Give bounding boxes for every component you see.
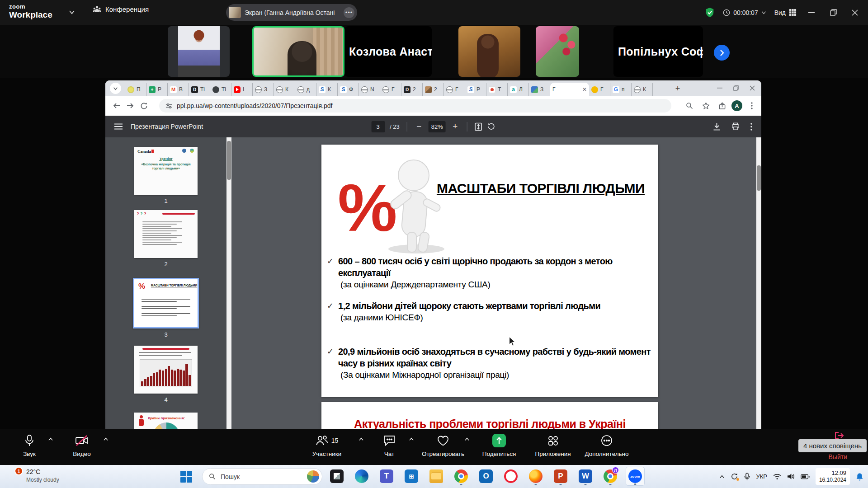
browser-tab-19[interactable]: аЛ bbox=[508, 83, 529, 96]
tab-search-button[interactable] bbox=[110, 83, 121, 94]
download-icon[interactable] bbox=[713, 122, 721, 131]
browser-tab-4[interactable]: DТі bbox=[189, 83, 210, 96]
zoom-page-icon[interactable] bbox=[683, 99, 696, 113]
reload-button[interactable] bbox=[137, 99, 151, 113]
shared-screen-pill[interactable]: Экран (Ганна Андріївна Остані ••• bbox=[226, 4, 357, 21]
tab-close-icon[interactable]: ✕ bbox=[582, 86, 587, 93]
taskbar-app-powerpoint-icon[interactable]: P bbox=[551, 467, 570, 486]
language-indicator[interactable]: УКР bbox=[756, 473, 767, 480]
taskbar-app-zoom-icon[interactable]: zoom bbox=[626, 467, 645, 486]
browser-restore-button[interactable] bbox=[727, 80, 745, 96]
browser-tab-21[interactable]: Г✕ bbox=[550, 83, 589, 96]
leave-button[interactable]: Выйти bbox=[829, 453, 847, 460]
browser-tab-12[interactable]: N bbox=[359, 83, 380, 96]
pdf-thumbnail-5[interactable]: Країни призначення: bbox=[134, 413, 198, 429]
pdf-menu-hamburger-icon[interactable] bbox=[114, 123, 123, 130]
tray-chevron-up-icon[interactable] bbox=[719, 475, 725, 479]
new-tab-button[interactable]: + bbox=[673, 84, 683, 94]
browser-close-button[interactable] bbox=[743, 80, 761, 96]
pdf-thumbnail-2[interactable]: ? ? ? bbox=[134, 210, 198, 258]
search-highlight-icon[interactable] bbox=[307, 470, 319, 483]
browser-tab-13[interactable]: Г bbox=[380, 83, 401, 96]
start-button[interactable] bbox=[180, 471, 192, 483]
security-shield-icon[interactable] bbox=[705, 7, 715, 18]
update-sync-icon[interactable] bbox=[731, 473, 738, 480]
apps-button[interactable]: Приложения bbox=[524, 434, 582, 457]
pdf-more-kebab-icon[interactable] bbox=[750, 123, 752, 131]
leave-meeting-icon[interactable] bbox=[835, 431, 844, 440]
taskbar-app-chrome-icon[interactable] bbox=[452, 467, 471, 486]
sidebar-scrollbar[interactable] bbox=[226, 137, 231, 429]
taskbar-app-outlook-icon[interactable]: O bbox=[476, 467, 495, 486]
weather-temp[interactable]: 22°C bbox=[26, 468, 40, 475]
zoom-level-input[interactable]: 82% bbox=[429, 121, 446, 132]
battery-icon[interactable] bbox=[801, 474, 810, 479]
participant-tile-4[interactable] bbox=[458, 26, 520, 77]
video-options-chevron[interactable] bbox=[103, 437, 108, 441]
taskbar-app-explorer-icon[interactable] bbox=[427, 467, 446, 486]
pdf-thumbnail-4[interactable] bbox=[134, 346, 198, 394]
browser-menu-kebab-icon[interactable] bbox=[745, 99, 759, 113]
react-button[interactable]: Отреагировать bbox=[414, 434, 472, 457]
chevron-down-icon[interactable] bbox=[69, 10, 75, 14]
participant-tile-2[interactable] bbox=[252, 26, 344, 77]
browser-tab-9[interactable]: д bbox=[295, 83, 316, 96]
browser-tab-2[interactable]: +Р bbox=[146, 83, 168, 96]
forward-button[interactable] bbox=[123, 99, 137, 113]
profile-avatar[interactable]: А bbox=[731, 100, 742, 111]
print-icon[interactable] bbox=[731, 122, 740, 131]
pdf-scrollbar[interactable] bbox=[756, 137, 761, 429]
share-button[interactable]: Поделиться bbox=[470, 434, 528, 457]
browser-tab-1[interactable]: П bbox=[125, 83, 146, 96]
browser-minimize-button[interactable] bbox=[711, 80, 729, 96]
taskbar-app-word-icon[interactable]: W bbox=[576, 467, 595, 486]
browser-tab-3[interactable]: MВ bbox=[168, 83, 189, 96]
meeting-timer[interactable]: 00:00:07 bbox=[723, 9, 766, 16]
participant-tile-5[interactable] bbox=[536, 26, 579, 77]
pdf-thumbnail-1[interactable]: CanadaТренінг«Безпечна міграція та проти… bbox=[134, 147, 198, 195]
minimize-button[interactable] bbox=[805, 6, 818, 19]
notifications-tooltip[interactable]: 4 нових сповіщень bbox=[798, 439, 867, 452]
site-settings-icon[interactable] bbox=[165, 103, 172, 109]
taskbar-app-edge-icon[interactable] bbox=[352, 467, 371, 486]
taskbar-app-chrome-profile-icon[interactable]: Л bbox=[601, 467, 620, 486]
taskbar-search-box[interactable]: Пошук bbox=[202, 468, 322, 485]
share-more-button[interactable]: ••• bbox=[344, 7, 354, 18]
notification-bell-icon[interactable] bbox=[856, 473, 863, 481]
wifi-icon[interactable] bbox=[773, 474, 781, 480]
news-badge[interactable]: 1 bbox=[14, 467, 23, 475]
bookmark-star-icon[interactable] bbox=[699, 99, 712, 113]
browser-tab-20[interactable]: З bbox=[529, 83, 550, 96]
browser-tab-7[interactable]: З bbox=[253, 83, 274, 96]
address-bar[interactable]: ppl.pp.ua/wp-content/uploads/2020/07/Пре… bbox=[159, 99, 671, 113]
browser-tab-22[interactable]: Г bbox=[589, 83, 610, 96]
next-participants-button[interactable] bbox=[714, 45, 730, 61]
react-options-chevron[interactable] bbox=[464, 437, 470, 441]
browser-tab-8[interactable]: К bbox=[274, 83, 295, 96]
browser-tab-18[interactable]: Т bbox=[486, 83, 508, 96]
browser-tab-14[interactable]: D2 bbox=[401, 83, 423, 96]
browser-tab-11[interactable]: SФ bbox=[338, 83, 359, 96]
browser-tab-6[interactable]: L bbox=[231, 83, 253, 96]
browser-tab-17[interactable]: SР bbox=[465, 83, 486, 96]
rotate-button[interactable] bbox=[487, 122, 495, 131]
tray-microphone-icon[interactable] bbox=[744, 473, 750, 481]
browser-tab-16[interactable]: Г bbox=[444, 83, 465, 96]
browser-tab-5[interactable]: Ті bbox=[210, 83, 231, 96]
restore-button[interactable] bbox=[826, 6, 840, 19]
participant-tile-3[interactable]: Козлова Анаст... bbox=[344, 26, 432, 77]
browser-tab-10[interactable]: SК bbox=[316, 83, 338, 96]
view-button[interactable]: Вид bbox=[774, 9, 797, 16]
tab-conference[interactable]: Конференция bbox=[93, 5, 149, 13]
fit-page-button[interactable] bbox=[475, 122, 482, 131]
taskbar-app-photos-icon[interactable] bbox=[327, 467, 346, 486]
participants-button[interactable]: 15Участники bbox=[297, 434, 356, 457]
taskbar-app-firefox-icon[interactable] bbox=[526, 467, 545, 486]
taskbar-app-opera-icon[interactable] bbox=[501, 467, 520, 486]
tray-clock[interactable]: 12:09 16.10.2024 bbox=[816, 468, 850, 485]
browser-tab-24[interactable]: К bbox=[632, 83, 653, 96]
page-number-input[interactable]: 3 bbox=[371, 121, 385, 132]
zoom-in-button[interactable]: + bbox=[451, 122, 460, 131]
volume-icon[interactable] bbox=[787, 473, 795, 480]
zoom-out-button[interactable]: − bbox=[415, 122, 424, 131]
